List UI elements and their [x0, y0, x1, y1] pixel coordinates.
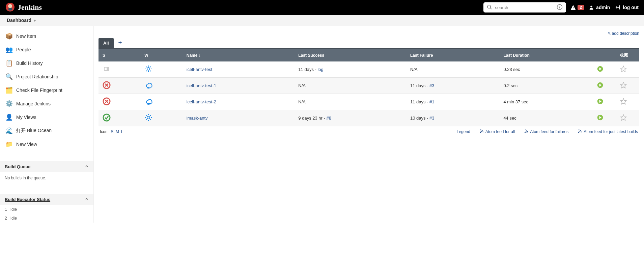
- last-success-cell: N/A: [294, 94, 406, 110]
- legend-link[interactable]: Legend: [457, 129, 470, 134]
- job-name-link[interactable]: icell-antv-test-2: [187, 99, 216, 104]
- sidebar-item-label: My Views: [16, 115, 36, 120]
- sidebar-item-label: Project Relationship: [16, 74, 58, 79]
- svg-marker-56: [621, 115, 626, 121]
- svg-marker-25: [621, 66, 626, 72]
- svg-point-5: [557, 4, 562, 9]
- logo-area[interactable]: Jenkins: [5, 2, 42, 13]
- favorite-toggle[interactable]: [616, 110, 639, 126]
- size-s[interactable]: S: [111, 129, 113, 134]
- sidebar-item-5[interactable]: ⚙️Manage Jenkins: [0, 97, 93, 110]
- sidebar-item-4[interactable]: 🗂️Check File Fingerprint: [0, 83, 93, 97]
- col-last-duration[interactable]: Last Duration: [499, 49, 592, 61]
- last-success-link[interactable]: log: [317, 67, 323, 72]
- breadcrumb-item[interactable]: Dashboard: [7, 18, 31, 23]
- last-failure-cell: 11 days - #1: [406, 94, 499, 110]
- svg-point-57: [480, 132, 481, 133]
- sidebar-item-3[interactable]: 🔍Project Relationship: [0, 70, 93, 83]
- sidebar-item-label: Build History: [16, 60, 43, 66]
- col-last-failure[interactable]: Last Failure: [406, 49, 499, 61]
- weather-icon[interactable]: [140, 94, 182, 110]
- rss-icon: [524, 129, 528, 134]
- favorite-toggle[interactable]: [616, 78, 639, 94]
- search-input[interactable]: [495, 5, 554, 10]
- last-success-link[interactable]: #8: [326, 116, 331, 121]
- user-link[interactable]: admin: [589, 5, 610, 10]
- schedule-build-button[interactable]: [593, 78, 616, 94]
- favorite-toggle[interactable]: [616, 94, 639, 110]
- size-m[interactable]: M: [116, 129, 119, 134]
- sidebar: 📦New Item👥People📋Build History🔍Project R…: [0, 26, 94, 223]
- last-success-cell: 11 days - log: [294, 61, 406, 78]
- status-icon[interactable]: [99, 110, 140, 126]
- sidebar-icon: 👤: [5, 114, 13, 121]
- help-icon[interactable]: [557, 4, 563, 11]
- collapse-icon[interactable]: [85, 164, 89, 169]
- sidebar-icon: 📁: [5, 141, 13, 148]
- svg-line-22: [150, 67, 151, 67]
- svg-point-9: [590, 6, 592, 7]
- svg-rect-7: [573, 7, 574, 8]
- search-icon: [487, 4, 492, 11]
- svg-point-3: [487, 5, 491, 8]
- last-failure-link[interactable]: #3: [429, 83, 434, 88]
- last-success-cell: N/A: [294, 78, 406, 94]
- brand-text: Jenkins: [18, 3, 42, 12]
- svg-line-52: [146, 119, 147, 120]
- feed-latest-link[interactable]: Atom feed for just latest builds: [578, 129, 638, 134]
- status-icon[interactable]: [99, 61, 140, 78]
- executor-status-header[interactable]: Build Executor Status: [0, 194, 93, 205]
- collapse-icon[interactable]: [85, 197, 89, 202]
- last-failure-link[interactable]: #1: [429, 99, 434, 104]
- add-tab-button[interactable]: [114, 40, 127, 47]
- executor-row: 1Idle: [0, 205, 93, 214]
- sidebar-item-1[interactable]: 👥People: [0, 43, 93, 56]
- job-name-link[interactable]: imask-antv: [187, 116, 208, 121]
- sidebar-item-6[interactable]: 👤My Views: [0, 110, 93, 124]
- col-favorite[interactable]: 收藏: [616, 49, 639, 61]
- job-name-link[interactable]: icell-antv-test-1: [187, 83, 216, 88]
- sidebar-item-8[interactable]: 📁New View: [0, 137, 93, 151]
- duration-cell: 0.2 sec: [499, 78, 592, 94]
- weather-icon[interactable]: [140, 61, 182, 78]
- footer-controls: Icon: S M L Legend Atom feed for all Ato…: [99, 126, 639, 137]
- sidebar-item-7[interactable]: 🌊打开 Blue Ocean: [0, 124, 93, 137]
- logout-link[interactable]: log out: [615, 4, 639, 10]
- add-description-link[interactable]: ✎ add description: [608, 31, 639, 36]
- schedule-build-button[interactable]: [593, 94, 616, 110]
- svg-line-31: [150, 87, 150, 89]
- sidebar-item-0[interactable]: 📦New Item: [0, 29, 93, 43]
- favorite-toggle[interactable]: [616, 61, 639, 78]
- schedule-build-button[interactable]: [593, 61, 616, 78]
- col-name[interactable]: Name ↓: [183, 49, 295, 61]
- tab-all[interactable]: All: [99, 38, 114, 48]
- schedule-build-button[interactable]: [593, 110, 616, 126]
- build-queue-body: No builds in the queue.: [0, 172, 93, 184]
- status-icon[interactable]: [99, 78, 140, 94]
- top-header: Jenkins 2 admin log out: [0, 0, 644, 15]
- weather-icon[interactable]: [140, 110, 182, 126]
- sidebar-item-2[interactable]: 📋Build History: [0, 56, 93, 70]
- job-name-link[interactable]: icell-antv-test: [187, 67, 213, 72]
- table-row: icell-antv-test11 days - logN/A0.23 sec: [99, 61, 639, 78]
- feed-all-link[interactable]: Atom feed for all: [480, 129, 515, 134]
- duration-cell: 44 sec: [499, 110, 592, 126]
- col-status[interactable]: S: [99, 49, 140, 61]
- build-queue-title: Build Queue: [5, 164, 31, 169]
- alert-indicator[interactable]: 2: [570, 4, 584, 10]
- col-weather[interactable]: W: [140, 49, 182, 61]
- col-last-success[interactable]: Last Success: [294, 49, 406, 61]
- build-queue-header[interactable]: Build Queue: [0, 161, 93, 172]
- search-box[interactable]: [483, 2, 566, 12]
- sidebar-icon: 🌊: [5, 127, 13, 134]
- logout-label: log out: [623, 5, 639, 10]
- last-failure-link[interactable]: #3: [429, 116, 434, 121]
- feed-failures-link[interactable]: Atom feed for failures: [524, 129, 568, 134]
- size-l[interactable]: L: [121, 129, 123, 134]
- weather-icon[interactable]: [140, 78, 182, 94]
- svg-rect-13: [105, 68, 107, 70]
- svg-point-14: [147, 68, 150, 70]
- last-failure-cell: 11 days - #3: [406, 78, 499, 94]
- status-icon[interactable]: [99, 94, 140, 110]
- sidebar-icon: 👥: [5, 46, 13, 53]
